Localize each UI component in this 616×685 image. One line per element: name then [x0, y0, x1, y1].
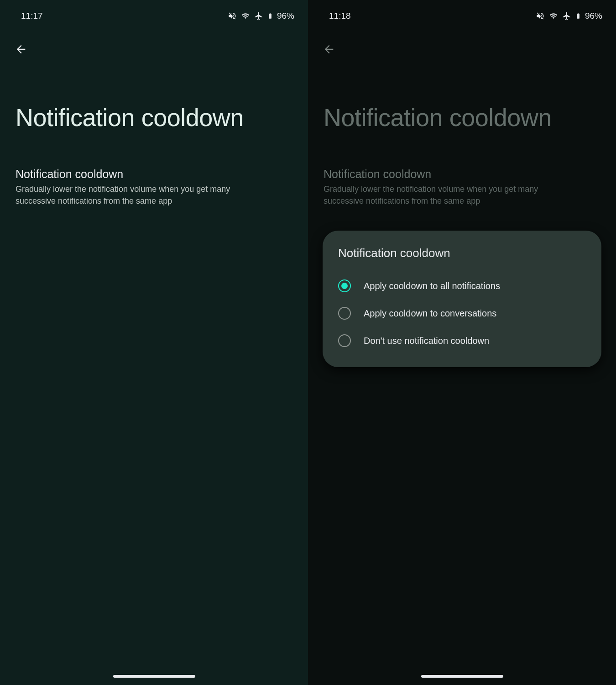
battery-icon — [267, 11, 273, 21]
status-icons: 96% — [536, 11, 602, 21]
setting-item: Notification cooldown Gradually lower th… — [308, 131, 616, 206]
status-bar: 11:17 96% — [0, 0, 308, 26]
volume-mute-icon — [228, 11, 237, 21]
status-time: 11:18 — [329, 11, 351, 21]
arrow-back-icon — [15, 43, 27, 56]
screen-right: 11:18 96% Notification cooldown Notifica… — [308, 0, 616, 685]
page-title: Notification cooldown — [0, 63, 308, 131]
screen-left: 11:17 96% Notification cooldown Notifica… — [0, 0, 308, 685]
status-icons: 96% — [228, 11, 294, 21]
arrow-back-icon — [323, 43, 335, 56]
options-dialog: Notification cooldown Apply cooldown to … — [323, 231, 601, 367]
nav-handle[interactable] — [113, 675, 195, 678]
airplane-icon — [254, 11, 263, 21]
radio-icon — [338, 334, 351, 347]
wifi-icon — [240, 12, 251, 20]
radio-label: Apply cooldown to all notifications — [364, 281, 500, 291]
setting-item-title: Notification cooldown — [324, 168, 600, 181]
setting-item[interactable]: Notification cooldown Gradually lower th… — [0, 131, 308, 206]
wifi-icon — [548, 12, 559, 20]
back-button[interactable] — [320, 40, 338, 58]
radio-label: Apply cooldown to conversations — [364, 308, 496, 319]
radio-label: Don't use notification cooldown — [364, 336, 489, 346]
radio-option-conversations[interactable]: Apply cooldown to conversations — [335, 300, 589, 327]
battery-percent: 96% — [585, 11, 602, 21]
dialog-title: Notification cooldown — [335, 246, 589, 260]
airplane-icon — [562, 11, 571, 21]
radio-icon — [338, 279, 351, 292]
radio-option-none[interactable]: Don't use notification cooldown — [335, 327, 589, 354]
battery-icon — [575, 11, 581, 21]
nav-handle[interactable] — [421, 675, 503, 678]
status-time: 11:17 — [21, 11, 43, 21]
setting-item-desc: Gradually lower the notification volume … — [324, 184, 578, 206]
setting-item-desc: Gradually lower the notification volume … — [16, 184, 270, 206]
radio-icon — [338, 307, 351, 320]
battery-percent: 96% — [277, 11, 294, 21]
radio-option-all[interactable]: Apply cooldown to all notifications — [335, 272, 589, 300]
setting-item-title: Notification cooldown — [16, 168, 292, 181]
volume-mute-icon — [536, 11, 545, 21]
page-title: Notification cooldown — [308, 63, 616, 131]
status-bar: 11:18 96% — [308, 0, 616, 26]
back-button[interactable] — [12, 40, 30, 58]
